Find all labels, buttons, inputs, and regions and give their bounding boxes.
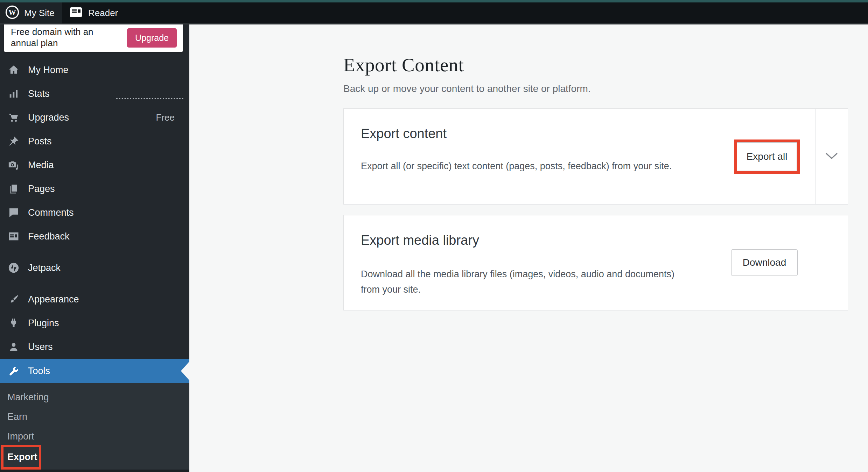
sidebar-nav: My Home Stats Upgrades Free Posts bbox=[0, 58, 189, 383]
stats-icon bbox=[8, 88, 20, 100]
home-icon bbox=[8, 64, 20, 76]
svg-text:W: W bbox=[9, 8, 16, 17]
submenu-item-label: Import bbox=[7, 431, 34, 442]
sidebar-item-pages[interactable]: Pages bbox=[0, 177, 189, 201]
page-subtitle: Back up or move your content to another … bbox=[343, 83, 591, 94]
sidebar-item-label: Comments bbox=[28, 207, 74, 218]
download-button[interactable]: Download bbox=[731, 249, 798, 276]
page-title: Export Content bbox=[343, 54, 464, 76]
submenu-item-export[interactable]: Export bbox=[4, 452, 37, 463]
sidebar-item-label: Tools bbox=[28, 366, 50, 377]
submenu-item-label: Earn bbox=[7, 412, 27, 422]
sidebar-item-tools[interactable]: Tools bbox=[0, 359, 189, 383]
sidebar-item-upgrades[interactable]: Upgrades Free bbox=[0, 106, 189, 129]
brush-icon bbox=[8, 293, 20, 305]
wrench-icon bbox=[8, 365, 20, 377]
upgrade-button[interactable]: Upgrade bbox=[127, 28, 177, 48]
annotation-highlight-export: Export bbox=[1, 445, 41, 470]
sidebar-item-label: Appearance bbox=[28, 294, 79, 305]
submenu-item-marketing[interactable]: Marketing bbox=[0, 387, 189, 407]
sidebar-item-label: Pages bbox=[28, 184, 55, 194]
reader-tab[interactable]: Reader bbox=[69, 2, 118, 23]
sidebar-item-label: Posts bbox=[28, 136, 52, 147]
submenu-item-import[interactable]: Import bbox=[0, 427, 189, 446]
reader-icon bbox=[69, 6, 83, 20]
my-site-label: My Site bbox=[24, 8, 55, 19]
media-icon bbox=[8, 159, 20, 171]
feedback-icon bbox=[8, 230, 20, 242]
sidebar-item-jetpack[interactable]: Jetpack bbox=[0, 256, 189, 280]
sidebar-item-my-home[interactable]: My Home bbox=[0, 58, 189, 82]
export-media-card-title: Export media library bbox=[361, 233, 479, 248]
export-content-card-description: Export all (or specific) text content (p… bbox=[361, 158, 683, 174]
comment-icon bbox=[8, 207, 20, 219]
annotation-highlight-export-all: Export all bbox=[734, 140, 800, 174]
chevron-down-icon bbox=[825, 151, 839, 162]
export-media-card-description: Download all the media library files (im… bbox=[361, 266, 683, 297]
sidebar-item-label: My Home bbox=[28, 65, 69, 76]
tools-submenu: Marketing Earn Import Export bbox=[0, 383, 189, 472]
pages-icon bbox=[8, 183, 20, 195]
sidebar-item-stats[interactable]: Stats bbox=[0, 82, 189, 106]
sidebar-item-label: Upgrades bbox=[28, 112, 69, 123]
top-admin-bar: W My Site Reader bbox=[0, 0, 868, 24]
wordpress-logo-icon: W bbox=[5, 5, 19, 21]
sidebar-item-comments[interactable]: Comments bbox=[0, 201, 189, 224]
my-site-tab[interactable]: W My Site bbox=[0, 2, 62, 23]
sidebar-item-label: Feedback bbox=[28, 231, 70, 242]
sidebar-item-label: Media bbox=[28, 160, 54, 171]
main-content: Export Content Back up or move your cont… bbox=[189, 24, 868, 472]
sidebar-item-posts[interactable]: Posts bbox=[0, 129, 189, 153]
upgrades-free-badge: Free bbox=[156, 112, 175, 123]
export-content-card-title: Export content bbox=[361, 126, 447, 141]
export-media-library-card: Export media library Download all the me… bbox=[343, 215, 848, 310]
sidebar-item-label: Jetpack bbox=[28, 263, 61, 273]
reader-label: Reader bbox=[88, 8, 118, 19]
user-icon bbox=[8, 341, 20, 353]
submenu-item-earn[interactable]: Earn bbox=[0, 407, 189, 427]
sidebar-footer-strip bbox=[0, 470, 189, 472]
cart-icon bbox=[8, 112, 20, 123]
admin-sidebar: Free domain with an annual plan Upgrade … bbox=[0, 24, 189, 472]
upgrade-banner-text: Free domain with an annual plan bbox=[11, 27, 106, 49]
export-all-button[interactable]: Export all bbox=[737, 142, 797, 171]
sidebar-item-label: Stats bbox=[28, 88, 50, 99]
sidebar-item-label: Plugins bbox=[28, 318, 59, 329]
pushpin-icon bbox=[8, 135, 20, 147]
export-content-card: Export content Export all (or specific) … bbox=[343, 108, 848, 205]
expand-options-toggle[interactable] bbox=[816, 109, 848, 204]
jetpack-icon bbox=[8, 262, 20, 274]
sidebar-item-label: Users bbox=[28, 342, 53, 352]
submenu-item-label: Marketing bbox=[7, 392, 49, 403]
sidebar-item-plugins[interactable]: Plugins bbox=[0, 311, 189, 335]
sidebar-item-appearance[interactable]: Appearance bbox=[0, 287, 189, 311]
plug-icon bbox=[8, 317, 20, 329]
sidebar-item-users[interactable]: Users bbox=[0, 335, 189, 359]
sidebar-item-media[interactable]: Media bbox=[0, 153, 189, 177]
sidebar-item-feedback[interactable]: Feedback bbox=[0, 224, 189, 248]
upgrade-banner: Free domain with an annual plan Upgrade bbox=[4, 24, 183, 52]
